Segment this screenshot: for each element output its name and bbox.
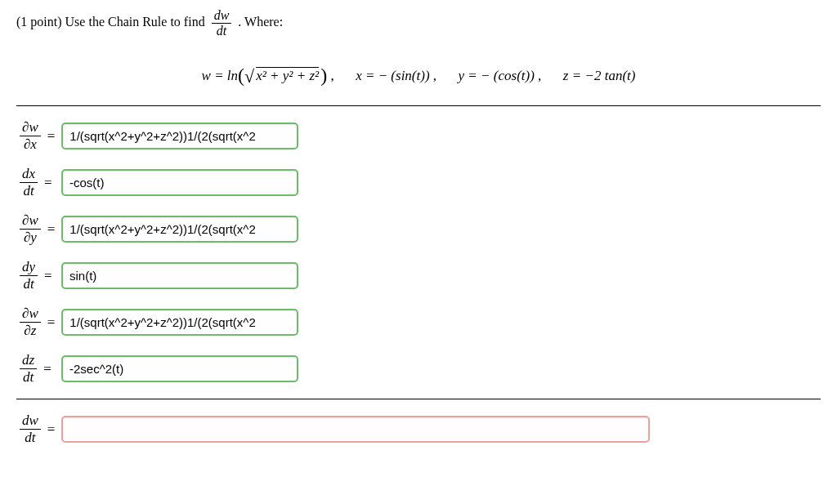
row-dy-dt: dy dt = — [16, 252, 821, 299]
equals-sign: = — [47, 221, 56, 238]
eq-z-def: z = −2 tan(t) — [563, 68, 636, 83]
input-dx-dt[interactable] — [61, 169, 298, 196]
label-dy-dt: dy dt = — [16, 259, 61, 292]
prompt-frac-den: dt — [212, 24, 232, 38]
equation-display: w = ln(√x² + y² + z²) , x = − (sin(t)) ,… — [16, 63, 821, 85]
eq-x-def: x = − (sin(t)) , — [356, 68, 436, 83]
frac-num: dx — [20, 166, 38, 183]
prompt-fraction: dw dt — [212, 8, 232, 38]
frac-num: ∂w — [20, 306, 41, 323]
input-dw-dt[interactable] — [61, 416, 650, 443]
equals-sign: = — [47, 314, 56, 331]
equals-sign: = — [44, 175, 52, 191]
frac-den: dt — [20, 369, 37, 386]
frac-den: ∂y — [20, 230, 41, 246]
prompt-prefix: (1 point) Use the Chain Rule to find — [16, 15, 208, 29]
eq-sqrt-inner: x² + y² + z² — [254, 68, 320, 83]
row-dx-dt: dx dt = — [16, 159, 821, 206]
equals-sign: = — [47, 421, 56, 438]
frac-num: ∂w — [20, 119, 41, 136]
row-dw-dt: dw dt = — [16, 406, 821, 453]
label-dw-dy: ∂w ∂y = — [16, 212, 61, 246]
label-dx-dt: dx dt = — [16, 166, 61, 199]
row-dw-dz: ∂w ∂z = — [16, 299, 821, 346]
input-dw-dx[interactable] — [61, 123, 298, 149]
frac-den: dt — [20, 430, 41, 446]
row-dz-dt: dz dt = — [16, 346, 821, 392]
equals-sign: = — [43, 361, 51, 377]
row-dw-dy: ∂w ∂y = — [16, 206, 821, 252]
sqrt-icon: √ — [244, 66, 254, 87]
question-prompt: (1 point) Use the Chain Rule to find dw … — [16, 8, 821, 38]
frac-den: ∂z — [20, 323, 41, 339]
row-dw-dx: ∂w ∂x = — [16, 113, 821, 159]
equals-sign: = — [47, 128, 56, 145]
prompt-suffix: . Where: — [238, 15, 283, 29]
eq-paren-close: ) — [320, 65, 327, 86]
eq-y-def: y = − (cos(t)) , — [459, 68, 542, 83]
frac-num: dy — [20, 259, 38, 276]
input-dw-dy[interactable] — [61, 216, 298, 243]
input-dw-dz[interactable] — [61, 309, 298, 336]
frac-num: dz — [20, 352, 37, 369]
label-dz-dt: dz dt = — [16, 352, 61, 386]
input-dz-dt[interactable] — [61, 355, 298, 382]
frac-den: dt — [20, 183, 38, 199]
label-dw-dz: ∂w ∂z = — [16, 306, 61, 339]
equals-sign: = — [44, 268, 52, 284]
divider-top — [16, 105, 821, 106]
eq-paren-open: ( — [238, 65, 244, 86]
frac-den: dt — [20, 276, 38, 292]
frac-num: ∂w — [20, 212, 41, 230]
label-dw-dt: dw dt = — [16, 413, 61, 446]
divider-bottom — [16, 399, 821, 399]
eq-w-lhs: w = ln — [202, 68, 239, 83]
prompt-frac-num: dw — [212, 8, 232, 24]
label-dw-dx: ∂w ∂x = — [16, 119, 61, 153]
frac-den: ∂x — [20, 136, 41, 153]
frac-num: dw — [20, 413, 41, 430]
input-dy-dt[interactable] — [61, 262, 298, 289]
